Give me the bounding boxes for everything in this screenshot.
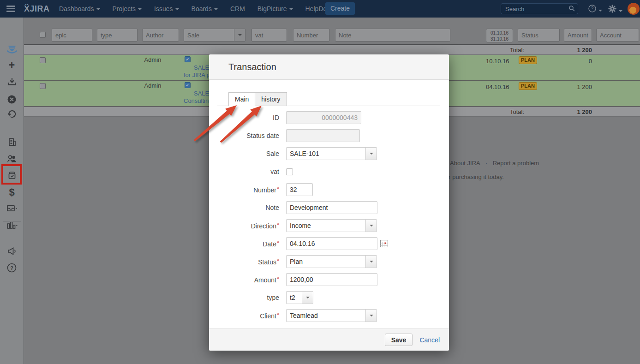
status-select-dropdown-button[interactable]	[365, 255, 377, 268]
row-checkbox[interactable]	[40, 57, 46, 63]
chevron-down-icon	[370, 225, 373, 227]
status-badge: PLAN	[519, 82, 537, 90]
contacts-icon[interactable]	[0, 153, 24, 165]
chevron-down-icon	[238, 34, 242, 36]
row-amount: 1 200	[555, 84, 592, 90]
save-button[interactable]: Save	[385, 334, 413, 346]
row-checked-checkbox[interactable]: ✓	[185, 82, 191, 88]
select-all-checkbox[interactable]	[40, 32, 46, 38]
svg-text:?: ?	[591, 6, 594, 11]
create-button[interactable]: Create	[325, 2, 355, 15]
tab-history[interactable]: history	[255, 92, 287, 106]
client-select-dropdown-button[interactable]	[365, 309, 377, 322]
client-select-input[interactable]	[286, 309, 366, 322]
direction-label: Direction*	[209, 221, 286, 230]
note-field[interactable]	[286, 201, 377, 214]
nav-item-crm[interactable]: CRM	[230, 5, 245, 12]
chevron-down-icon	[619, 10, 622, 12]
status-select-input[interactable]	[286, 255, 366, 268]
footer-separator: ·	[485, 160, 487, 167]
row-sale-description[interactable]: Consulting	[184, 97, 212, 104]
chevron-down-icon	[96, 8, 100, 10]
form-row-note: Note	[209, 201, 449, 214]
row-checkbox[interactable]	[40, 83, 46, 89]
dialog-tabs: Main history	[217, 92, 440, 106]
help-menu-icon[interactable]: ?	[588, 5, 602, 14]
hamburger-menu-icon[interactable]	[6, 6, 15, 12]
filter-author-input[interactable]	[142, 29, 179, 42]
sale-select-input[interactable]	[286, 147, 366, 160]
reports-chart-icon[interactable]	[0, 219, 24, 231]
dialog-footer: Save Cancel	[209, 328, 449, 351]
top-navbar: ẌJIRA Dashboards Projects Issues Boards …	[0, 0, 640, 18]
nav-item-issues[interactable]: Issues	[154, 5, 179, 12]
svg-text:?: ?	[10, 265, 13, 270]
calendar-icon[interactable]	[380, 240, 388, 247]
cancel-link[interactable]: Cancel	[419, 336, 440, 344]
form-row-vat: vat	[209, 165, 449, 178]
filter-vat-input[interactable]	[251, 29, 287, 42]
nav-item-bigpicture[interactable]: BigPicture	[257, 5, 293, 12]
filter-date-range-button[interactable]: 01.10.1631.10.16	[486, 29, 513, 42]
jira-logo-mark: Ẍ	[24, 4, 30, 13]
client-label: Client*	[209, 311, 286, 320]
cancel-icon[interactable]	[0, 93, 24, 105]
companies-icon[interactable]	[0, 136, 24, 148]
filter-note-input[interactable]	[335, 29, 450, 42]
amount-field[interactable]	[286, 273, 377, 286]
filter-type-input[interactable]	[97, 29, 138, 42]
import-download-icon[interactable]	[0, 76, 24, 88]
redo-icon[interactable]	[0, 108, 24, 120]
vat-checkbox[interactable]	[286, 168, 293, 175]
form-row-sale: Sale	[209, 147, 449, 160]
filter-sale-input[interactable]	[184, 29, 234, 42]
sale-select-dropdown-button[interactable]	[365, 147, 377, 160]
row-amount: 0	[555, 58, 592, 65]
date-label: Date*	[209, 239, 286, 248]
nav-item-boards[interactable]: Boards	[191, 5, 218, 12]
filter-account-input[interactable]	[596, 29, 639, 42]
dialog-header: Transaction	[209, 54, 449, 80]
number-field[interactable]	[286, 183, 313, 196]
jira-logo[interactable]: ẌJIRA	[24, 0, 50, 18]
user-avatar[interactable]	[628, 3, 640, 15]
red-highlight-box	[1, 164, 22, 185]
transaction-dialog: Transaction Main history ID Status date …	[209, 54, 449, 351]
type-select-input[interactable]	[286, 291, 302, 304]
filter-sale-dropdown-button[interactable]	[234, 29, 245, 42]
add-icon[interactable]: +	[0, 59, 24, 71]
chevron-down-icon	[289, 8, 293, 10]
note-label: Note	[209, 204, 286, 211]
row-sale-description[interactable]: for JIRA p	[184, 72, 210, 78]
direction-select-dropdown-button[interactable]	[365, 219, 377, 232]
announcement-icon[interactable]	[0, 245, 24, 257]
about-jira-link[interactable]: About JIRA	[450, 160, 480, 167]
transactions-icon[interactable]: $	[0, 186, 24, 198]
row-checked-checkbox[interactable]: ✓	[185, 56, 191, 62]
search-input[interactable]	[504, 4, 566, 13]
filter-status-input[interactable]	[518, 29, 560, 42]
row-date: 10.10.16	[486, 58, 509, 65]
form-row-number: Number*	[209, 183, 449, 196]
sale-select	[286, 147, 377, 160]
filter-epic-input[interactable]	[52, 29, 92, 42]
tab-main[interactable]: Main	[228, 92, 255, 106]
help-icon[interactable]: ?	[0, 262, 24, 274]
nav-menu: Dashboards Projects Issues Boards CRM Bi…	[59, 0, 333, 18]
nav-item-projects[interactable]: Projects	[113, 5, 142, 12]
type-select-dropdown-button[interactable]	[302, 291, 313, 304]
nav-item-dashboards[interactable]: Dashboards	[59, 5, 100, 12]
row-author: Admin	[130, 56, 176, 63]
sidebar-divider	[3, 111, 21, 111]
filter-amount-input[interactable]	[564, 29, 592, 42]
direction-select-input[interactable]	[286, 219, 366, 232]
report-problem-link[interactable]: Report a problem	[493, 160, 539, 167]
transaction-form: ID Status date Sale vat Number*	[209, 106, 449, 322]
date-field[interactable]	[286, 237, 377, 250]
crm-plugin-logo-icon[interactable]	[0, 44, 24, 56]
row-date: 04.10.16	[486, 84, 509, 90]
settings-gear-icon[interactable]	[608, 5, 622, 15]
filter-number-input[interactable]	[293, 29, 329, 42]
invoices-icon[interactable]	[0, 202, 24, 214]
row-author: Admin	[130, 82, 176, 89]
